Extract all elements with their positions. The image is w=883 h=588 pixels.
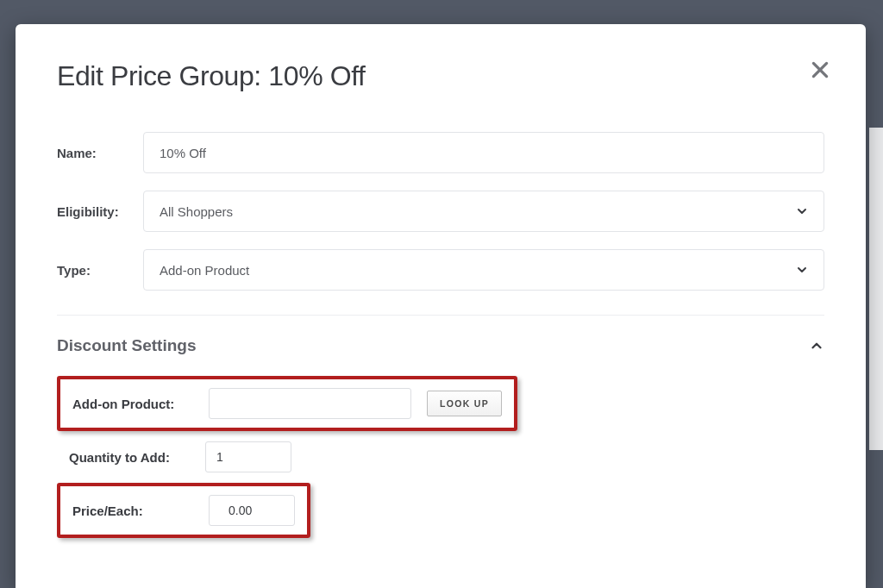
type-select[interactable]: Add-on Product <box>143 249 824 291</box>
addon-product-label: Add-on Product: <box>72 397 193 411</box>
close-icon[interactable] <box>809 59 831 81</box>
lookup-button[interactable]: LOOK UP <box>427 391 502 416</box>
scrollbar-track[interactable] <box>869 128 883 450</box>
price-each-highlight: Price/Each: <box>57 483 310 538</box>
price-each-label: Price/Each: <box>72 504 193 518</box>
price-each-input[interactable] <box>209 495 295 526</box>
eligibility-value: All Shoppers <box>160 204 233 219</box>
type-row: Type: Add-on Product <box>57 249 824 291</box>
eligibility-select[interactable]: All Shoppers <box>143 191 824 232</box>
eligibility-label: Eligibility: <box>57 204 143 219</box>
eligibility-row: Eligibility: All Shoppers <box>57 191 824 232</box>
section-title: Discount Settings <box>57 336 197 355</box>
addon-product-input[interactable] <box>209 388 411 419</box>
name-row: Name: <box>57 132 824 173</box>
discount-settings-body: Add-on Product: LOOK UP Quantity to Add:… <box>57 376 824 538</box>
addon-product-highlight: Add-on Product: LOOK UP <box>57 376 517 431</box>
divider <box>57 315 824 316</box>
chevron-up-icon <box>809 338 824 353</box>
type-value: Add-on Product <box>160 263 249 278</box>
modal-title: Edit Price Group: 10% Off <box>57 60 824 92</box>
edit-price-group-modal: Edit Price Group: 10% Off Name: Eligibil… <box>16 24 866 588</box>
name-label: Name: <box>57 146 143 160</box>
quantity-row: Quantity to Add: <box>57 441 824 472</box>
name-input[interactable] <box>143 132 824 173</box>
discount-settings-header[interactable]: Discount Settings <box>57 336 824 355</box>
quantity-label: Quantity to Add: <box>69 450 190 465</box>
quantity-input[interactable] <box>205 441 291 472</box>
type-label: Type: <box>57 263 143 278</box>
